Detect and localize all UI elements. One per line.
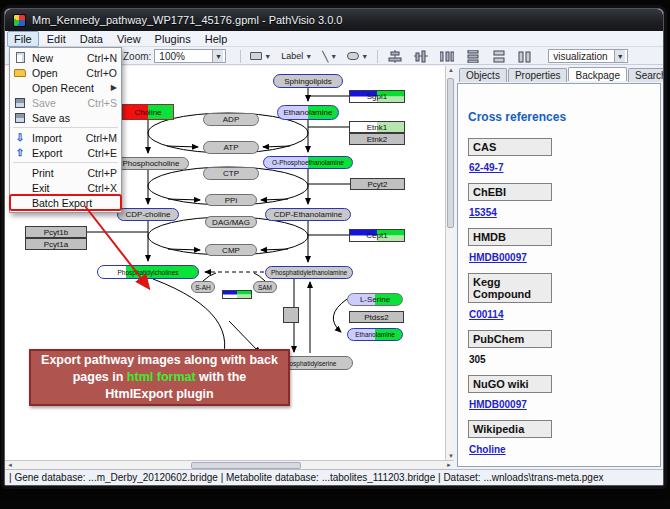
chevron-down-icon[interactable]: ▼ xyxy=(614,50,625,62)
node-ctp[interactable]: CTP xyxy=(203,167,259,180)
menu-file[interactable]: File xyxy=(7,31,39,47)
canvas-vertical-scrollbar[interactable]: ▲ ▼ xyxy=(445,66,454,460)
xref-link[interactable]: 15354 xyxy=(469,207,660,218)
side-panel: ObjectsPropertiesBackpageSearchLegend Cr… xyxy=(455,66,663,469)
menu-item-label: Save as xyxy=(32,112,70,124)
node-ethanolamine[interactable]: Ethanolamine xyxy=(347,328,403,341)
node-cept1[interactable]: Cept1 xyxy=(349,229,405,242)
zoom-combobox[interactable]: 100% ▼ xyxy=(154,49,226,63)
callout-line1: Export pathway images along with back xyxy=(31,352,288,369)
node-choline[interactable]: Choline xyxy=(122,104,174,120)
node-sphingolipids[interactable]: Sphingolipids xyxy=(273,74,343,88)
node-etnk1[interactable]: Etnk1 xyxy=(349,121,405,133)
menu-data[interactable]: Data xyxy=(74,32,109,46)
xref-link[interactable]: C00114 xyxy=(469,309,660,320)
node-cdp-choline[interactable]: CDP-choline xyxy=(117,208,179,221)
menu-item-open[interactable]: OpenCtrl+O xyxy=(10,65,121,80)
node-pcyt1b[interactable]: Pcyt1b xyxy=(25,226,87,238)
node-etnk2[interactable]: Etnk2 xyxy=(349,133,405,145)
toolbar-separator xyxy=(240,50,241,63)
title-bar[interactable]: Mm_Kennedy_pathway_WP1771_45176.gpml - P… xyxy=(5,9,663,31)
node-l-serine[interactable]: L-Serine xyxy=(347,293,403,306)
chevron-down-icon[interactable]: ▼ xyxy=(212,50,223,62)
label-tool-text: Label xyxy=(281,51,303,61)
node-ptdss2[interactable]: Ptdss2 xyxy=(349,311,404,323)
node-phosphatidylcholines[interactable]: Phosphatidylcholines xyxy=(97,265,199,279)
node-pcyt2[interactable]: Pcyt2 xyxy=(350,178,405,190)
node-sgpl1[interactable]: Sgpl1 xyxy=(349,90,405,103)
xref-link[interactable]: HMDB00097 xyxy=(469,399,660,410)
node-partial[interactable] xyxy=(222,290,252,299)
menu-plugins[interactable]: Plugins xyxy=(149,32,197,46)
app-icon xyxy=(13,14,26,27)
window-title: Mm_Kennedy_pathway_WP1771_45176.gpml - P… xyxy=(32,14,342,26)
node-cdp-ethanolamine[interactable]: CDP-Ethanolamine xyxy=(265,208,351,221)
tab-properties[interactable]: Properties xyxy=(508,68,568,82)
menu-item-label: Batch Export xyxy=(32,197,92,209)
menu-item-open-recent[interactable]: Open Recent▶ xyxy=(10,80,121,95)
menu-item-exit[interactable]: ExitCtrl+X xyxy=(10,180,121,195)
node-ppi[interactable]: PPi xyxy=(205,194,257,206)
common-height-button[interactable] xyxy=(514,49,536,64)
menu-item-batch-export[interactable]: Batch Export xyxy=(10,195,121,210)
line-tool-icon: ╲ xyxy=(322,51,328,62)
vertical-scrollbar-thumb[interactable] xyxy=(447,78,454,228)
xref-section-kegg-compound: Kegg CompoundC00114 xyxy=(468,273,660,320)
blank-icon xyxy=(12,182,28,194)
menu-view[interactable]: View xyxy=(111,32,147,46)
xref-title: PubChem xyxy=(468,330,552,348)
shape-tool-button[interactable]: ▼ xyxy=(343,49,372,64)
node-s-ah[interactable]: S-AH xyxy=(191,281,215,293)
node-partial[interactable] xyxy=(283,307,299,323)
node-atp[interactable]: ATP xyxy=(203,141,259,154)
gene-tool-button[interactable]: ▼ xyxy=(246,49,275,64)
line-tool-button[interactable]: ╲▼ xyxy=(318,49,341,64)
open-folder-icon xyxy=(12,67,28,79)
status-bar: | Gene database: ...m_Derby_20120602.bri… xyxy=(5,469,663,485)
common-width-button[interactable] xyxy=(488,49,510,64)
expression-data-heading: Expression data xyxy=(468,465,660,467)
node-o-phosphoethanolamine[interactable]: O-Phosphoethanolamine xyxy=(263,156,353,169)
menu-item-print[interactable]: PrintCtrl+P xyxy=(10,165,121,180)
side-panel-tabs: ObjectsPropertiesBackpageSearchLegend xyxy=(455,66,663,82)
menu-item-new[interactable]: NewCtrl+N xyxy=(10,50,121,65)
xref-link[interactable]: Choline xyxy=(469,444,660,455)
cross-reference-sections: CAS62-49-7ChEBI15354HMDBHMDB00097Kegg Co… xyxy=(468,138,660,455)
node-dag-mag[interactable]: DAG/MAG xyxy=(205,216,257,228)
blank-icon xyxy=(12,197,28,209)
xref-link[interactable]: 62-49-7 xyxy=(469,162,660,173)
menu-edit[interactable]: Edit xyxy=(41,32,72,46)
node-pcyt1a[interactable]: Pcyt1a xyxy=(25,238,87,250)
label-tool-button[interactable]: Label▼ xyxy=(277,49,316,64)
visualization-combobox[interactable]: visualization ▼ xyxy=(548,49,628,63)
file-menu-popup: NewCtrl+NOpenCtrl+OOpen Recent▶SaveCtrl+… xyxy=(9,47,122,213)
menu-bar: FileEditDataViewPluginsHelp xyxy=(5,31,663,47)
distribute-vertical-button[interactable] xyxy=(462,49,484,64)
horizontal-scrollbar-thumb[interactable] xyxy=(191,462,301,469)
node-adp[interactable]: ADP xyxy=(203,113,259,126)
menu-item-save-as[interactable]: Save as xyxy=(10,110,121,125)
menu-item-label: Save xyxy=(32,97,56,109)
distribute-vertical-icon xyxy=(466,50,480,63)
menu-item-label: Open Recent xyxy=(32,82,94,94)
menu-item-label: Print xyxy=(32,167,54,179)
align-center-x-button[interactable] xyxy=(384,49,406,64)
node-ethanolamine[interactable]: Ethanolamine xyxy=(277,105,339,120)
node-phosphocholine[interactable]: Phosphocholine xyxy=(113,157,189,170)
menu-item-export[interactable]: ⇧ExportCtrl+E xyxy=(10,145,121,160)
xref-link[interactable]: HMDB00097 xyxy=(469,252,660,263)
node-phosphatidylethanolamine[interactable]: Phosphatidylethanolamine xyxy=(265,266,353,279)
backpage-panel[interactable]: Cross references CAS62-49-7ChEBI15354HMD… xyxy=(457,83,661,467)
align-center-y-button[interactable] xyxy=(410,49,432,64)
menu-item-import[interactable]: ⇩ImportCtrl+M xyxy=(10,130,121,145)
tab-objects[interactable]: Objects xyxy=(459,68,507,82)
tab-backpage[interactable]: Backpage xyxy=(568,67,626,81)
tab-search[interactable]: Search xyxy=(628,68,664,82)
submenu-arrow-icon: ▶ xyxy=(111,83,117,92)
canvas-horizontal-scrollbar[interactable]: ◄ ► xyxy=(5,460,454,469)
node-cmp[interactable]: CMP xyxy=(205,244,257,256)
node-sam[interactable]: SAM xyxy=(253,281,277,293)
menu-item-save[interactable]: SaveCtrl+S xyxy=(10,95,121,110)
menu-help[interactable]: Help xyxy=(199,32,234,46)
distribute-horizontal-button[interactable] xyxy=(436,49,458,64)
